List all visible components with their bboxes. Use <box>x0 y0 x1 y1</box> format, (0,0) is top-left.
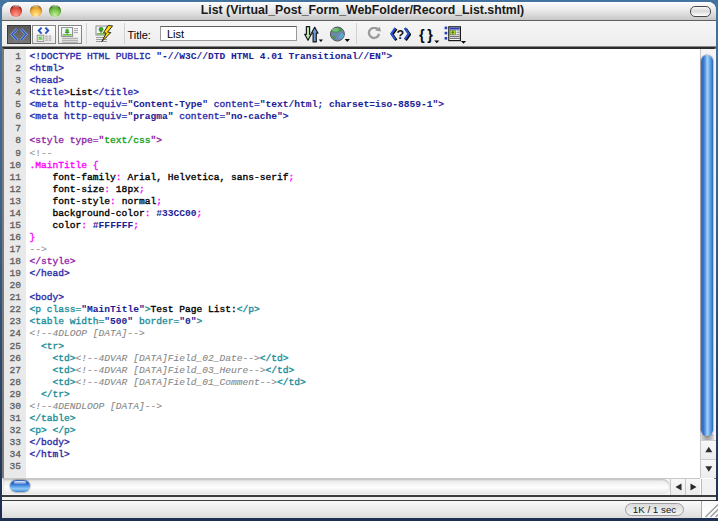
svg-text:?: ? <box>397 28 405 42</box>
svg-text:{: { <box>419 26 425 42</box>
svg-text:}: } <box>427 26 433 42</box>
